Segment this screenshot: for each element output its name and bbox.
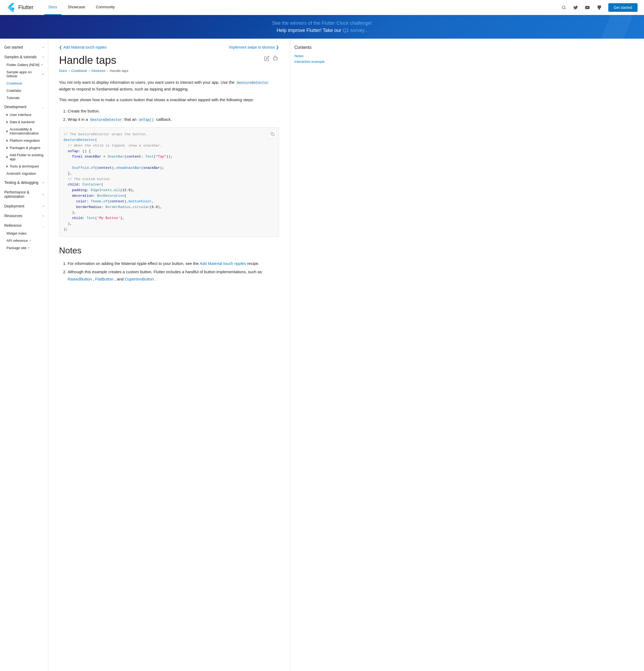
edit-icon[interactable] <box>264 56 270 62</box>
breadcrumb-current: Handle taps <box>110 69 128 73</box>
youtube-icon[interactable] <box>582 3 592 12</box>
add-material-link[interactable]: Add Material touch ripples <box>199 261 246 266</box>
get-started-button[interactable]: Get started <box>608 3 637 12</box>
sidebar-header-testing[interactable]: Testing & debugging ‹ <box>0 178 48 187</box>
sidebar-header-get-started[interactable]: Get started ‹ <box>0 43 48 52</box>
breadcrumb-sep-3: › <box>107 69 108 73</box>
note-2: Although this example creates a custom b… <box>68 268 279 283</box>
collapse-icon <box>7 156 8 159</box>
notes-list: For information on adding the Material r… <box>59 260 279 283</box>
raised-button-link[interactable]: RaisedButton <box>68 277 92 281</box>
chevron-down-icon: ‹ <box>43 192 44 196</box>
sidebar-item-user-interface[interactable]: User interface <box>0 111 48 118</box>
sidebar-section-deployment: Deployment ‹ <box>0 202 48 211</box>
github-icon[interactable] <box>594 3 604 12</box>
svg-rect-3 <box>272 134 274 136</box>
sidebar-item-flutter-gallery[interactable]: Flutter Gallery [NEW] ↗ <box>0 61 48 68</box>
chevron-down-icon: ‹ <box>43 214 44 218</box>
external-link-icon: ↗ <box>29 239 31 242</box>
collapse-icon <box>7 147 8 149</box>
sidebar-header-deployment[interactable]: Deployment ‹ <box>0 202 48 211</box>
sidebar-item-platform-integration[interactable]: Platform integration <box>0 137 48 144</box>
sidebar-item-tutorials[interactable]: Tutorials <box>0 94 48 101</box>
sidebar-section-testing: Testing & debugging ‹ <box>0 178 48 187</box>
bug-icon[interactable] <box>273 56 279 62</box>
search-icon[interactable] <box>559 3 569 12</box>
breadcrumb-cookbook[interactable]: Cookbook <box>72 69 87 73</box>
sidebar-item-packages-plugins[interactable]: Packages & plugins <box>0 144 48 151</box>
intro-paragraph-1: You not only want to display information… <box>59 79 279 92</box>
sidebar-header-reference[interactable]: Reference ‸ <box>0 221 48 230</box>
chevron-up-icon: ‹ <box>43 55 44 59</box>
notes-heading: Notes <box>59 245 279 255</box>
toc-item-notes[interactable]: Notes <box>294 53 345 59</box>
sidebar-section-reference: Reference ‸ Widget index API reference ↗… <box>0 221 48 252</box>
code-content: // The GestureDetector wraps the button.… <box>64 132 274 232</box>
steps-list: Create the button. Wrap it in a GestureD… <box>59 107 279 123</box>
sidebar-item-cookbook[interactable]: Cookbook <box>0 80 48 87</box>
breadcrumb-docs[interactable]: Docs <box>59 69 67 73</box>
gesture-detector-link[interactable]: GestureDetector <box>235 80 270 85</box>
sidebar-section-label: Testing & debugging <box>4 180 38 185</box>
breadcrumb-sep-2: › <box>89 69 90 73</box>
main-nav: Docs Showcase Community <box>44 0 559 15</box>
external-link-icon: ↗ <box>40 63 43 66</box>
banner-survey-link[interactable]: Q1 survey <box>343 28 365 33</box>
chevron-down-icon: ‹ <box>43 181 44 185</box>
sidebar-header-samples[interactable]: Samples & tutorials ‹ <box>0 53 48 61</box>
breadcrumb-gestures[interactable]: Gestures <box>91 69 105 73</box>
intro-paragraph-2: This recipe shows how to make a custom b… <box>59 97 279 103</box>
sidebar-header-development[interactable]: Development ‸ <box>0 102 48 111</box>
chevron-right-icon: ❯ <box>276 45 279 49</box>
chevron-left-icon: ❮ <box>59 45 62 49</box>
sidebar-item-widget-index[interactable]: Widget index <box>0 230 48 237</box>
collapse-icon <box>7 139 8 142</box>
main-content: ❮ Add Material touch ripples Implement s… <box>48 39 290 671</box>
main-layout: Get started ‹ Samples & tutorials ‹ Flut… <box>0 39 644 671</box>
sidebar-item-accessibility[interactable]: Accessibility & internationalization <box>0 126 48 137</box>
sidebar-section-label: Deployment <box>4 204 24 208</box>
sidebar-item-package-site[interactable]: Package site ↗ <box>0 244 48 252</box>
sidebar-item-sample-apps[interactable]: Sample apps on GitHub ↗ <box>0 68 48 80</box>
table-of-contents: Contents Notes Interactive example <box>290 39 349 671</box>
sidebar-item-add-flutter[interactable]: Add Flutter to existing app <box>0 151 48 163</box>
gesture-detector-step-link[interactable]: GestureDetector <box>89 117 123 122</box>
toc-item-interactive-example[interactable]: Interactive example <box>294 59 345 64</box>
chevron-down-icon: ‹ <box>43 204 44 208</box>
cupertino-button-link[interactable]: CupertinoButton <box>125 277 154 281</box>
sidebar-section-get-started: Get started ‹ <box>0 43 48 52</box>
collapse-icon <box>7 121 8 124</box>
external-link-icon: ↗ <box>42 73 44 76</box>
sidebar-item-tools-techniques[interactable]: Tools & techniques <box>0 163 48 170</box>
logo-link[interactable]: Flutter <box>7 3 34 12</box>
next-page-link[interactable]: Implement swipe to dismiss ❯ <box>229 45 279 49</box>
banner-line1: See the winners of the Flutter Clock cha… <box>5 21 639 26</box>
nav-community[interactable]: Community <box>91 0 119 15</box>
ontap-link[interactable]: onTap() <box>138 117 155 122</box>
nav-docs[interactable]: Docs <box>44 0 62 15</box>
page-title: Handle taps <box>59 54 116 66</box>
step-1: Create the button. <box>68 107 279 115</box>
sidebar-item-data-backend[interactable]: Data & backend <box>0 118 48 126</box>
sidebar-section-label: Resources <box>4 214 22 218</box>
breadcrumb-sep-1: › <box>69 69 70 73</box>
prev-page-link[interactable]: ❮ Add Material touch ripples <box>59 45 107 49</box>
sidebar-header-resources[interactable]: Resources ‹ <box>0 212 48 220</box>
sidebar-section-performance: Performance & optimization ‹ <box>0 188 48 201</box>
sidebar-item-codelabs[interactable]: Codelabs <box>0 87 48 94</box>
note-1: For information on adding the Material r… <box>68 260 279 267</box>
copy-code-button[interactable] <box>268 130 276 138</box>
sidebar-item-api-reference[interactable]: API reference ↗ <box>0 237 48 244</box>
svg-point-0 <box>562 6 565 9</box>
flutter-logo-icon <box>7 3 16 12</box>
sidebar-header-performance[interactable]: Performance & optimization ‹ <box>0 188 48 201</box>
sidebar-item-androidx[interactable]: AndroidX migration <box>0 170 48 177</box>
sidebar-section-label: Performance & optimization <box>4 190 43 199</box>
banner-line2: Help improve Flutter! Take our Q1 survey… <box>5 28 639 33</box>
sidebar-section-label: Samples & tutorials <box>4 55 37 59</box>
sidebar-section-label: Get started <box>4 45 23 49</box>
flat-button-link[interactable]: FlatButton <box>95 277 114 281</box>
chevron-up-icon: ‸ <box>43 105 44 109</box>
nav-showcase[interactable]: Showcase <box>64 0 90 15</box>
twitter-icon[interactable] <box>571 3 580 12</box>
